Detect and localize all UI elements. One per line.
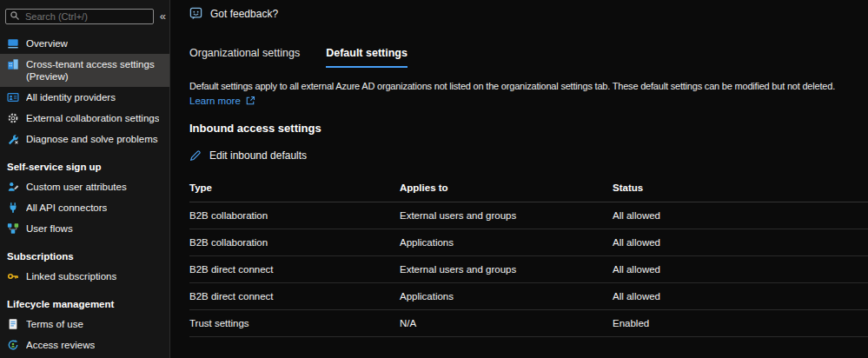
sidebar-section-subscriptions: Subscriptions	[0, 247, 169, 266]
column-header-applies-to: Applies to	[400, 176, 613, 202]
sidebar-item-label: Overview	[26, 37, 68, 50]
wrench-icon	[7, 133, 19, 145]
search-input[interactable]	[5, 9, 154, 24]
sidebar-item-label: Diagnose and solve problems	[26, 133, 158, 145]
api-connector-icon	[7, 202, 19, 214]
learn-more-link[interactable]: Learn more	[189, 96, 255, 106]
cell-applies-to: External users and groups	[400, 202, 613, 229]
cell-type: B2B collaboration	[189, 202, 400, 229]
inbound-access-settings-title: Inbound access settings	[189, 122, 868, 135]
cell-type: B2B direct connect	[189, 283, 400, 310]
sidebar-item-external-collaboration-settings[interactable]: External collaboration settings	[0, 108, 169, 129]
cell-applies-to: Applications	[400, 229, 613, 256]
cross-tenant-access-icon	[7, 58, 19, 70]
identity-providers-icon	[7, 91, 19, 103]
sidebar-item-diagnose-and-solve-problems[interactable]: Diagnose and solve problems	[0, 129, 169, 149]
sidebar: « Overview Cross-tenant ac	[0, 0, 170, 358]
table-row: B2B collaboration Applications All allow…	[189, 229, 868, 256]
column-header-type: Type	[189, 176, 400, 202]
sidebar-item-label: Terms of use	[26, 318, 83, 330]
pencil-icon	[189, 149, 202, 162]
cell-status: All allowed	[613, 283, 868, 310]
cell-status: All allowed	[613, 256, 868, 283]
cell-applies-to: External users and groups	[400, 256, 613, 283]
sidebar-item-label: User flows	[26, 222, 73, 235]
access-reviews-icon	[7, 339, 19, 351]
sidebar-search-row: «	[0, 8, 169, 24]
edit-inbound-defaults-label: Edit inbound defaults	[209, 149, 307, 162]
cell-applies-to: N/A	[400, 310, 613, 337]
table-header-row: Type Applies to Status	[189, 176, 868, 202]
feedback-smiley-icon	[189, 7, 202, 20]
sidebar-item-access-reviews[interactable]: Access reviews	[0, 335, 169, 355]
learn-more-label: Learn more	[189, 96, 241, 106]
sidebar-item-label: Linked subscriptions	[26, 270, 116, 282]
main-content: Got feedback? Organizational settings De…	[170, 0, 868, 358]
sidebar-item-label: Cross-tenant access settings (Preview)	[26, 58, 162, 83]
sidebar-item-all-api-connectors[interactable]: All API connectors	[0, 197, 169, 218]
edit-inbound-defaults-button[interactable]: Edit inbound defaults	[189, 149, 307, 162]
external-link-icon	[245, 96, 255, 106]
searchbox	[5, 8, 154, 24]
table-row: B2B collaboration External users and gro…	[189, 202, 868, 229]
default-settings-description: Default settings apply to all external A…	[189, 81, 868, 91]
user-flows-icon	[7, 222, 19, 235]
sidebar-item-linked-subscriptions[interactable]: Linked subscriptions	[0, 266, 169, 287]
overview-icon	[7, 37, 19, 50]
sidebar-item-label: Custom user attributes	[26, 181, 127, 193]
sidebar-item-label: All API connectors	[26, 202, 107, 214]
sidebar-item-label: All identity providers	[26, 91, 116, 103]
document-icon	[7, 318, 19, 330]
cell-type: B2B collaboration	[189, 229, 400, 256]
key-icon	[7, 270, 19, 282]
gear-icon	[7, 112, 19, 124]
tab-default-settings[interactable]: Default settings	[326, 47, 407, 68]
feedback-label: Got feedback?	[210, 8, 278, 20]
collapse-sidebar-button[interactable]: «	[160, 9, 166, 24]
cell-status: Enabled	[613, 310, 868, 337]
table-row: B2B direct connect External users and gr…	[189, 256, 868, 283]
sidebar-item-terms-of-use[interactable]: Terms of use	[0, 314, 169, 335]
sidebar-item-cross-tenant-access-settings[interactable]: Cross-tenant access settings (Preview)	[0, 54, 169, 87]
cell-status: All allowed	[613, 202, 868, 229]
sidebar-nav: Overview Cross-tenant access settings (P…	[0, 33, 169, 355]
table-row: Trust settings N/A Enabled	[189, 310, 868, 337]
table-row: B2B direct connect Applications All allo…	[189, 283, 868, 310]
search-icon	[10, 10, 20, 21]
sidebar-item-overview[interactable]: Overview	[0, 33, 169, 54]
sidebar-item-label: Access reviews	[26, 339, 95, 351]
user-attributes-icon	[7, 181, 19, 193]
app-window: « Overview Cross-tenant ac	[0, 0, 868, 358]
sidebar-item-custom-user-attributes[interactable]: Custom user attributes	[0, 176, 169, 197]
cell-applies-to: Applications	[400, 283, 613, 310]
sidebar-section-lifecycle-management: Lifecycle management	[0, 295, 169, 314]
cell-type: Trust settings	[189, 310, 400, 337]
cell-status: All allowed	[613, 229, 868, 256]
sidebar-section-self-service-sign-up: Self-service sign up	[0, 157, 169, 176]
sidebar-item-label: External collaboration settings	[26, 112, 159, 124]
column-header-status: Status	[613, 176, 868, 202]
sidebar-item-all-identity-providers[interactable]: All identity providers	[0, 87, 169, 108]
tab-bar: Organizational settings Default settings	[189, 47, 868, 68]
sidebar-item-user-flows[interactable]: User flows	[0, 218, 169, 239]
feedback-button[interactable]: Got feedback?	[189, 7, 278, 20]
inbound-defaults-table: Type Applies to Status B2B collaboration…	[189, 176, 868, 337]
cell-type: B2B direct connect	[189, 256, 400, 283]
tab-organizational-settings[interactable]: Organizational settings	[189, 47, 300, 68]
